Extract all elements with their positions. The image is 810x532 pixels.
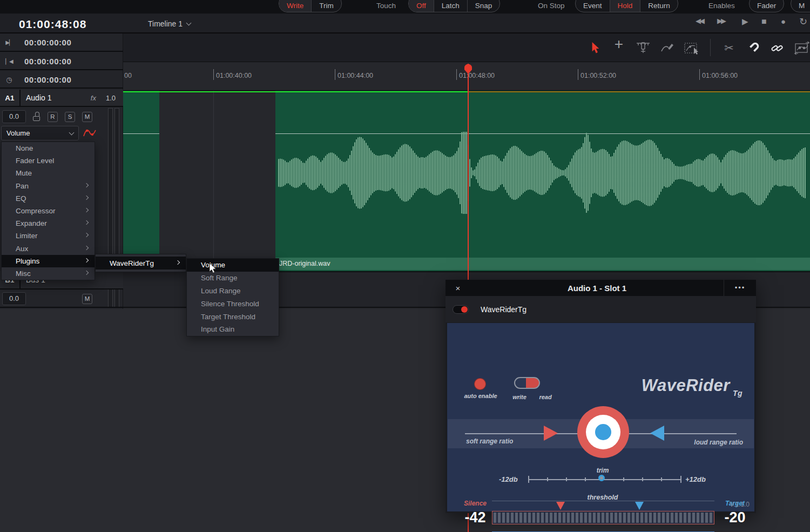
audio1-track-header[interactable]: A1 Audio 1 fx 1.0	[0, 90, 123, 107]
stop-button[interactable]: ■	[761, 17, 767, 26]
window-menu-icon[interactable]: •••	[724, 280, 756, 296]
snap-button[interactable]: Snap	[467, 0, 500, 12]
range-tool-button[interactable]	[635, 41, 651, 56]
latch-button[interactable]: Latch	[434, 0, 467, 12]
toolbar-divider	[710, 39, 711, 56]
curve-select-tool-button[interactable]	[684, 41, 700, 56]
audio1-track-lane[interactable]: JRD-original.wav	[123, 91, 810, 271]
automation-curve-icon[interactable]	[83, 127, 97, 138]
menu-item-input-gain[interactable]: Input Gain	[187, 323, 279, 336]
menu-item-expander[interactable]: Expander	[2, 217, 94, 230]
ruler-tick	[699, 69, 700, 80]
ruler-tick	[578, 69, 578, 80]
return-button[interactable]: Return	[640, 0, 678, 12]
target-control[interactable]	[577, 406, 629, 458]
pen-tool-button[interactable]	[659, 41, 676, 56]
submenu-arrow-icon	[84, 220, 89, 225]
play-button[interactable]: ▶	[742, 17, 748, 26]
record-button[interactable]: ●	[781, 17, 786, 26]
fx-badge[interactable]: fx	[91, 94, 96, 102]
menu-item-pan[interactable]: Pan	[2, 180, 94, 192]
fader-enable-button[interactable]: Fader	[750, 0, 784, 12]
silence-threshold-marker[interactable]	[556, 502, 565, 510]
threshold-label: threshold	[576, 494, 630, 501]
off-button[interactable]: Off	[409, 0, 434, 12]
timecode-value[interactable]: 00:00:00:00	[24, 38, 71, 47]
timecode-value[interactable]: 00:00:00:00	[24, 57, 71, 66]
skip-back-icon: ▏◀	[0, 58, 18, 64]
ruler-label: 01:00:52:00	[580, 72, 616, 79]
plugin-window-titlebar[interactable]: × Audio 1 - Slot 1 •••	[446, 280, 756, 296]
bus-mute-button[interactable]: M	[82, 294, 92, 304]
submenu-arrow-icon	[84, 196, 89, 200]
timeline-selector[interactable]: Timeline 1	[148, 19, 191, 28]
threshold-scale-line	[492, 501, 714, 501]
menu-item-fader-level[interactable]: Fader Level	[2, 154, 94, 167]
rewind-button[interactable]: ◀◀	[696, 17, 703, 25]
menu-item-limiter[interactable]: Limiter	[2, 230, 94, 242]
automation-type-menu: None Fader Level Mute Pan EQ Compressor …	[1, 142, 95, 280]
event-button[interactable]: Event	[576, 0, 610, 12]
mute-enable-button[interactable]: M	[791, 0, 810, 12]
bus-gain-field[interactable]: 0.0	[2, 292, 26, 305]
hold-button[interactable]: Hold	[610, 0, 640, 12]
menu-item-waveridertg[interactable]: WaveRiderTg	[96, 257, 186, 270]
menu-item-mute[interactable]: Mute	[2, 167, 94, 179]
ruler-tick	[213, 69, 214, 80]
fast-forward-button[interactable]: ▶▶	[717, 17, 725, 25]
silence-value[interactable]: -42	[454, 509, 497, 526]
loud-range-ratio-label: loud range ratio	[694, 439, 743, 446]
soft-range-ratio-slider[interactable]	[544, 426, 558, 441]
divider	[19, 90, 21, 106]
automation-curve-unplayed[interactable]	[468, 91, 810, 92]
target-value[interactable]: -20	[713, 509, 757, 526]
menu-item-compressor[interactable]: Compressor	[2, 205, 94, 217]
toggle-knob	[461, 306, 468, 313]
plugin-bypass-toggle[interactable]	[453, 305, 469, 314]
playhead-handle[interactable]	[464, 64, 473, 75]
track-gain-field[interactable]: 0.0	[2, 110, 26, 123]
automation-curve-played[interactable]	[123, 91, 468, 92]
audio1-track-controls: 0.0 R S M	[0, 108, 123, 125]
loud-range-ratio-slider[interactable]	[650, 426, 664, 441]
auto-enable-button[interactable]	[474, 378, 486, 390]
plugin-name-label: WaveRiderTg	[481, 305, 526, 314]
loop-button[interactable]: ↻	[799, 16, 807, 28]
solo-button[interactable]: S	[65, 112, 75, 122]
timecode-value[interactable]: 00:00:00:00	[24, 75, 71, 84]
link-button[interactable]	[769, 41, 785, 56]
target-threshold-marker[interactable]	[635, 502, 644, 510]
track-name[interactable]: Audio 1	[26, 93, 51, 102]
crosshair-tool-button[interactable]: +	[611, 37, 627, 52]
auto-enable-label: auto enable	[454, 393, 508, 399]
record-arm-button[interactable]: R	[48, 112, 58, 122]
mute-button[interactable]: M	[82, 112, 92, 122]
menu-item-none[interactable]: None	[2, 142, 94, 154]
write-read-toggle[interactable]	[514, 377, 540, 389]
silence-label: Silence	[459, 500, 491, 507]
menu-item-misc[interactable]: Misc	[2, 267, 94, 280]
trim-mode-button[interactable]: Trim	[311, 0, 341, 12]
menu-item-silence-threshold[interactable]: Silence Threshold	[187, 297, 279, 310]
menu-item-loud-range[interactable]: Loud Range	[187, 285, 279, 298]
plugin-window: × Audio 1 - Slot 1 ••• WaveRiderTg auto …	[446, 280, 756, 513]
flag-keyframe-button[interactable]	[794, 41, 810, 56]
bus1-track-controls: 0.0 M	[0, 291, 123, 308]
pointer-tool-button[interactable]	[588, 41, 604, 56]
ruler-tick	[335, 69, 335, 80]
menu-item-target-threshold[interactable]: Target Threshold	[187, 310, 279, 323]
write-mode-button[interactable]: Write	[279, 0, 311, 12]
menu-item-volume[interactable]: Volume	[187, 259, 279, 272]
cut-tool-button[interactable]: ✂	[721, 41, 737, 56]
close-icon[interactable]: ×	[446, 284, 470, 293]
playhead-timecode: 01:00:48:08	[19, 18, 86, 31]
snap-magnet-button[interactable]	[745, 41, 761, 56]
automation-parameter-select[interactable]: Volume	[1, 126, 79, 140]
touch-mode-group: Off Latch Snap	[408, 0, 500, 12]
trim-knob[interactable]	[598, 475, 605, 481]
menu-item-aux[interactable]: Aux	[2, 243, 94, 255]
menu-item-eq[interactable]: EQ	[2, 192, 94, 205]
menu-item-soft-range[interactable]: Soft Range	[187, 272, 279, 285]
lock-icon[interactable]	[33, 112, 40, 122]
menu-item-plugins[interactable]: Plugins	[2, 255, 94, 267]
